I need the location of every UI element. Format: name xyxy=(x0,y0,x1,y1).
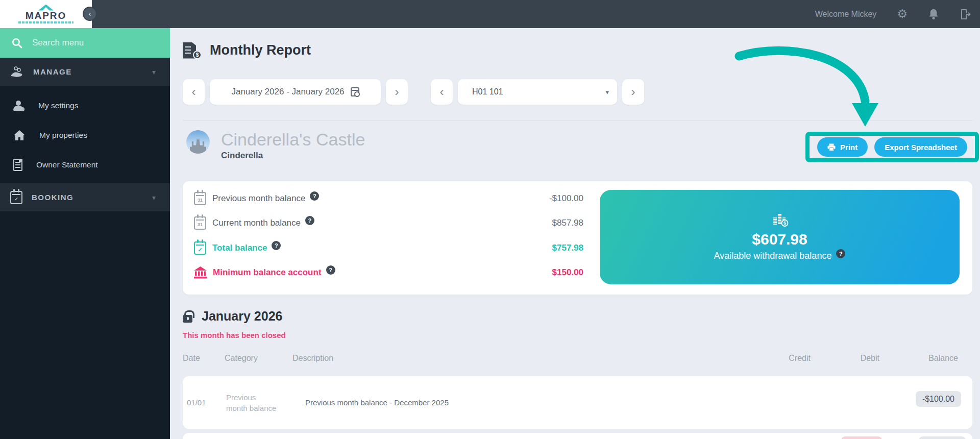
brand-logo[interactable]: MAPRO xyxy=(0,0,92,28)
property-owner: Cinderella xyxy=(221,151,365,161)
app-root: MAPRO ‹ Welcome Mickey ⚙ xyxy=(0,0,980,439)
brand-logo-triangle-icon xyxy=(38,5,54,11)
export-spreadsheet-button[interactable]: Export Spreadsheet xyxy=(874,137,967,157)
chevron-left-icon: ‹ xyxy=(440,85,444,99)
unit-select-value: H01 101 xyxy=(472,87,503,96)
property-name: Cinderella's Castle xyxy=(221,130,365,149)
summary-value: $150.00 xyxy=(552,267,583,278)
date-range-picker[interactable]: January 2026 - January 2026 xyxy=(210,79,381,105)
search-icon xyxy=(11,37,23,49)
search-input[interactable] xyxy=(32,38,134,48)
document-icon xyxy=(13,159,22,171)
home-icon xyxy=(13,130,26,141)
page-title: Monthly Report xyxy=(210,42,311,58)
notifications-bell-icon[interactable] xyxy=(928,8,939,20)
help-icon[interactable]: ? xyxy=(272,241,281,250)
divider xyxy=(183,120,972,120)
column-header-category: Category xyxy=(225,354,258,363)
sidebar-section-manage[interactable]: MANAGE ▾ xyxy=(0,58,170,86)
topbar-actions: Welcome Mickey ⚙ xyxy=(815,0,971,28)
highlight-outline: Print Export Spreadsheet xyxy=(805,132,979,162)
summary-value: $757.98 xyxy=(552,243,583,253)
bank-icon xyxy=(194,266,207,279)
sidebar-item-owner-statement[interactable]: Owner Statement xyxy=(0,150,170,180)
month-closed-note: This month has been closed xyxy=(183,331,286,339)
property-avatar xyxy=(186,130,210,154)
topbar: MAPRO ‹ Welcome Mickey ⚙ xyxy=(0,0,980,28)
svg-text:$: $ xyxy=(783,221,786,226)
unit-select[interactable]: H01 101 ▾ xyxy=(458,79,617,105)
summary-value: $857.98 xyxy=(552,218,583,228)
next-unit-button[interactable]: › xyxy=(622,79,644,105)
withdrawal-amount: $607.98 xyxy=(752,231,807,248)
chevron-down-icon: ▾ xyxy=(152,68,163,76)
sidebar: MANAGE ▾ My settings My properties Owner… xyxy=(0,28,170,439)
calendar-search-icon xyxy=(351,87,359,96)
sidebar-item-my-settings[interactable]: My settings xyxy=(0,91,170,120)
withdrawal-label: Available withdrawal balance ? xyxy=(714,251,846,261)
column-header-credit: Credit xyxy=(757,354,811,363)
brand-tagline xyxy=(18,21,74,23)
cell-balance: -$100.00 xyxy=(916,395,961,404)
balance-badge: -$100.00 xyxy=(916,391,961,407)
settings-gear-icon[interactable]: ⚙ xyxy=(897,8,908,20)
highlight-arrow xyxy=(726,41,890,143)
column-header-debit: Debit xyxy=(826,354,879,363)
summary-row-total-balance: ✓ Total balance ? $757.98 xyxy=(194,237,583,259)
calendar-check-icon: ✓ xyxy=(10,191,22,204)
sidebar-section-label: BOOKING xyxy=(32,193,74,202)
property-header: Cinderella's Castle Cinderella xyxy=(186,130,365,161)
chevron-left-icon: ‹ xyxy=(192,85,196,99)
calendar-check-icon: ✓ xyxy=(194,241,206,255)
table-header-row: Date Category Description Credit Debit B… xyxy=(170,354,980,365)
brand-name: MAPRO xyxy=(26,11,67,21)
help-icon[interactable]: ? xyxy=(836,249,845,258)
unit-filter-group: ‹ H01 101 ▾ › xyxy=(431,79,644,105)
column-header-balance: Balance xyxy=(895,354,958,363)
summary-row-minimum-balance: Minimum balance account ? $150.00 xyxy=(194,261,583,284)
prev-month-button[interactable]: ‹ xyxy=(183,79,205,105)
filters-row: ‹ January 2026 - January 2026 › ‹ H01 10… xyxy=(183,79,644,105)
welcome-text: Welcome Mickey xyxy=(815,10,877,19)
print-button[interactable]: Print xyxy=(817,137,868,157)
sidebar-section-label: MANAGE xyxy=(33,67,72,76)
page-header: $ Monthly Report xyxy=(183,41,311,59)
next-month-button[interactable]: › xyxy=(386,79,408,105)
calendar-31-icon: 31 xyxy=(194,216,206,230)
lock-icon xyxy=(183,315,192,323)
column-header-description: Description xyxy=(292,354,333,363)
chevron-left-icon: ‹ xyxy=(89,9,91,18)
summary-row-previous-month: 31 Previous month balance ? -$100.00 xyxy=(194,187,583,210)
prev-unit-button[interactable]: ‹ xyxy=(431,79,453,105)
caret-down-icon: ▾ xyxy=(605,88,609,96)
date-range-value: January 2026 - January 2026 xyxy=(231,87,344,97)
sidebar-section-booking[interactable]: ✓ BOOKING ▾ xyxy=(0,183,170,211)
table-row-partial[interactable] xyxy=(183,433,972,439)
cell-date: 01/01 xyxy=(187,376,217,429)
month-title: January 2026 xyxy=(202,309,282,324)
user-icon xyxy=(13,101,24,111)
help-icon[interactable]: ? xyxy=(305,216,314,225)
help-icon[interactable]: ? xyxy=(310,191,319,201)
column-header-date: Date xyxy=(183,354,200,363)
summary-value: -$100.00 xyxy=(549,193,583,204)
sidebar-menu: My settings My properties Owner Statemen… xyxy=(0,86,170,180)
chevron-right-icon: › xyxy=(631,85,635,99)
printer-icon xyxy=(827,143,836,151)
chevron-right-icon: › xyxy=(395,85,399,99)
sidebar-collapse-button[interactable]: ‹ xyxy=(83,7,97,21)
debit-badge-partial xyxy=(841,436,882,439)
month-section-header: January 2026 xyxy=(183,309,282,324)
cell-description: Previous month balance - December 2025 xyxy=(305,376,714,429)
table-row[interactable]: 01/01 Previous month balance Previous mo… xyxy=(183,376,972,429)
hand-coins-icon xyxy=(10,66,24,78)
help-icon[interactable]: ? xyxy=(326,265,335,275)
summary-row-current-month: 31 Current month balance ? $857.98 xyxy=(194,212,583,234)
cell-category: Previous month balance xyxy=(226,376,277,429)
logout-icon[interactable] xyxy=(960,8,971,20)
withdrawal-balance-card: $ $607.98 Available withdrawal balance ? xyxy=(600,190,960,284)
dollar-badge-icon: $ xyxy=(193,51,202,59)
sidebar-search[interactable] xyxy=(0,28,170,58)
chevron-down-icon: ▾ xyxy=(152,193,163,202)
sidebar-item-my-properties[interactable]: My properties xyxy=(0,120,170,150)
